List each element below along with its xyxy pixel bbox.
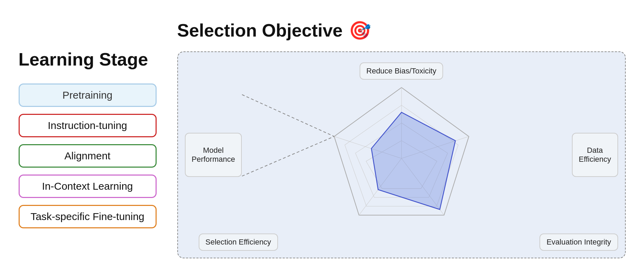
left-panel: Learning Stage Pretraining Instruction-t… — [19, 50, 157, 228]
radar-svg — [178, 52, 625, 258]
label-data-efficiency: Data Efficiency — [572, 133, 618, 177]
label-selection-efficiency: Selection Efficiency — [199, 234, 278, 251]
main-container: Learning Stage Pretraining Instruction-t… — [19, 8, 626, 270]
stage-alignment[interactable]: Alignment — [19, 144, 157, 168]
right-title: Selection Objective 🎯 — [177, 20, 626, 41]
svg-line-10 — [242, 95, 334, 136]
svg-line-11 — [242, 136, 334, 176]
stage-pretraining[interactable]: Pretraining — [19, 83, 157, 107]
target-icon: 🎯 — [349, 20, 371, 41]
stage-task-specific-fine-tuning[interactable]: Task-specific Fine-tuning — [19, 205, 157, 228]
label-reduce-bias: Reduce Bias/Toxicity — [359, 62, 443, 80]
stage-in-context-learning[interactable]: In-Context Learning — [19, 175, 157, 198]
radar-container: Reduce Bias/Toxicity Data Efficiency Sel… — [177, 51, 626, 258]
right-panel: Selection Objective 🎯 — [177, 20, 626, 258]
label-evaluation-integrity: Evaluation Integrity — [539, 234, 618, 251]
label-model-performance: Model Performance — [185, 133, 242, 177]
stage-instruction-tuning[interactable]: Instruction-tuning — [19, 114, 157, 137]
left-title: Learning Stage — [19, 50, 157, 69]
svg-marker-9 — [371, 112, 455, 209]
